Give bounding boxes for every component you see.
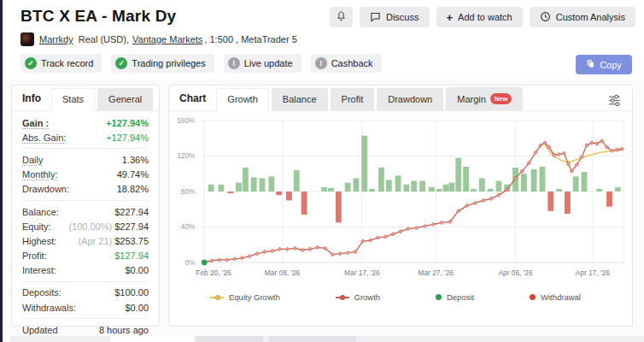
- legend-line-swatch: [336, 297, 349, 298]
- legend-item-deposit[interactable]: Deposit: [436, 292, 474, 302]
- stat-value: 1.36%: [122, 155, 149, 165]
- add-to-watch-label: Add to watch: [458, 12, 512, 22]
- svg-text:0%: 0%: [184, 258, 196, 267]
- stat-label: Drawdown:: [22, 184, 69, 194]
- stat-row: Drawdown:18.82%: [22, 182, 149, 197]
- badges-row: ✓Track record✓Trading privileges!Live up…: [20, 54, 632, 73]
- partial-tab-active: [111, 336, 194, 342]
- legend-line-swatch: [210, 297, 224, 298]
- check-circle-icon: ✓: [115, 57, 127, 69]
- stat-row: Profit:$127.94: [22, 249, 149, 263]
- divider: [22, 281, 149, 282]
- chart-settings-button[interactable]: [606, 91, 624, 112]
- add-to-watch-button[interactable]: + Add to watch: [436, 7, 523, 27]
- account-line: Marrkdy Real (USD), Vantage Markets , 1:…: [20, 32, 632, 46]
- stat-value: $0.00: [125, 303, 149, 313]
- stat-row: Deposits:$100.00: [22, 286, 149, 300]
- stat-row: Monthly:49.74%: [22, 168, 149, 182]
- stat-value: +127.94%: [106, 133, 149, 143]
- chart-panel: Chart GrowthBalanceProfitDrawdownMarginN…: [168, 85, 633, 327]
- notifications-button[interactable]: [330, 7, 353, 27]
- plus-icon: +: [447, 12, 454, 23]
- legend-dot-swatch: [530, 294, 536, 300]
- stat-value-note: (100.00%): [68, 221, 114, 232]
- status-badge: ✓Track record: [20, 54, 102, 73]
- copy-icon: [586, 59, 595, 70]
- stats-sidebar: Info StatsGeneral Gain :+127.94%Abs. Gai…: [11, 85, 160, 327]
- tab-margin[interactable]: MarginNew: [446, 87, 523, 110]
- stat-value: 8 hours ago: [99, 325, 149, 335]
- avatar: [20, 32, 34, 46]
- stat-value: +127.94%: [106, 118, 149, 128]
- tab-label: Stats: [62, 94, 84, 104]
- stat-value: 18.82%: [117, 184, 149, 194]
- discuss-label: Discuss: [386, 12, 419, 22]
- svg-text:Mar 27, '26: Mar 27, '26: [419, 268, 454, 277]
- legend-dot-swatch: [436, 294, 442, 300]
- bell-icon: [336, 10, 347, 24]
- stat-label: Interest:: [22, 265, 56, 275]
- stat-value: $227.94: [114, 207, 149, 217]
- main-content: Info StatsGeneral Gain :+127.94%Abs. Gai…: [0, 80, 644, 327]
- tab-growth[interactable]: Growth: [216, 88, 268, 111]
- divider: [22, 148, 149, 149]
- custom-analysis-button[interactable]: Custom Analysis: [530, 7, 635, 27]
- stat-row: Withdrawals:$0.00: [22, 300, 149, 315]
- stat-row: Interest:$0.00: [22, 263, 149, 278]
- stat-label: Highest:: [22, 236, 56, 246]
- stat-value: $0.00: [125, 265, 149, 275]
- stat-row: Abs. Gain:+127.94%: [22, 130, 149, 144]
- svg-text:Mar 08, '26: Mar 08, '26: [265, 268, 301, 277]
- tab-stats[interactable]: Stats: [51, 88, 95, 111]
- legend-label: Growth: [354, 292, 381, 302]
- partial-tab: [196, 336, 263, 342]
- stat-label: Daily: [22, 155, 43, 165]
- broker-link[interactable]: Vantage Markets: [132, 34, 202, 44]
- account-platform: , 1:500 , MetaTrader 5: [204, 34, 296, 44]
- exclamation-circle-icon: !: [228, 57, 240, 69]
- chart-legend: Equity GrowthGrowthDepositWithdrawal: [169, 292, 632, 302]
- tab-label: Profit: [342, 94, 364, 104]
- custom-analysis-label: Custom Analysis: [556, 12, 625, 22]
- badge-label: Live update: [244, 58, 293, 68]
- stat-row: Daily1.36%: [22, 152, 149, 167]
- stat-row: Updated8 hours ago: [22, 322, 149, 337]
- sliders-icon: [607, 97, 622, 110]
- stat-label: Monthly:: [22, 169, 58, 180]
- svg-text:Apr 06, '26: Apr 06, '26: [499, 268, 533, 277]
- tab-label: Drawdown: [388, 94, 432, 104]
- tab-label: Margin: [457, 94, 486, 104]
- legend-label: Withdrawal: [541, 292, 581, 302]
- exclamation-circle-icon: !: [315, 57, 327, 69]
- stat-label: Deposits:: [22, 287, 61, 298]
- legend-item-growth[interactable]: Growth: [336, 292, 381, 302]
- chart-label: Chart: [179, 92, 206, 104]
- account-type: Real (USD),: [79, 34, 129, 44]
- svg-text:80%: 80%: [181, 187, 196, 196]
- username-link[interactable]: Marrkdy: [39, 34, 73, 44]
- tab-general[interactable]: General: [97, 88, 153, 110]
- stat-value: $100.00: [114, 287, 149, 298]
- stat-label: Profit:: [22, 251, 47, 261]
- tab-profit[interactable]: Profit: [331, 88, 375, 110]
- stat-value: 49.74%: [117, 169, 149, 180]
- new-badge: New: [490, 93, 512, 104]
- status-badge: ✓Trading privileges: [111, 54, 214, 73]
- legend-label: Equity Growth: [229, 292, 280, 302]
- stat-value: (Apr 21) $253.75: [78, 236, 149, 246]
- svg-text:40%: 40%: [181, 222, 196, 231]
- copy-button[interactable]: Copy: [576, 55, 632, 74]
- next-section-tabs-partial: [10, 336, 644, 342]
- chart-tabs: Chart GrowthBalanceProfitDrawdownMarginN…: [169, 86, 632, 111]
- stat-value: (100.00%) $227.94: [68, 221, 149, 232]
- divider: [22, 200, 149, 201]
- discuss-button[interactable]: Discuss: [360, 7, 430, 27]
- stat-row: Gain :+127.94%: [22, 115, 149, 130]
- copy-label: Copy: [600, 60, 622, 70]
- tab-drawdown[interactable]: Drawdown: [377, 88, 443, 110]
- legend-item-equity-growth[interactable]: Equity Growth: [210, 292, 280, 302]
- tab-balance[interactable]: Balance: [272, 88, 328, 110]
- growth-chart[interactable]: 0%40%80%120%160%Feb 20, '26Mar 08, '26Ma…: [169, 111, 632, 282]
- sidebar-tabs: Info StatsGeneral: [12, 86, 159, 111]
- legend-item-withdrawal[interactable]: Withdrawal: [530, 292, 581, 302]
